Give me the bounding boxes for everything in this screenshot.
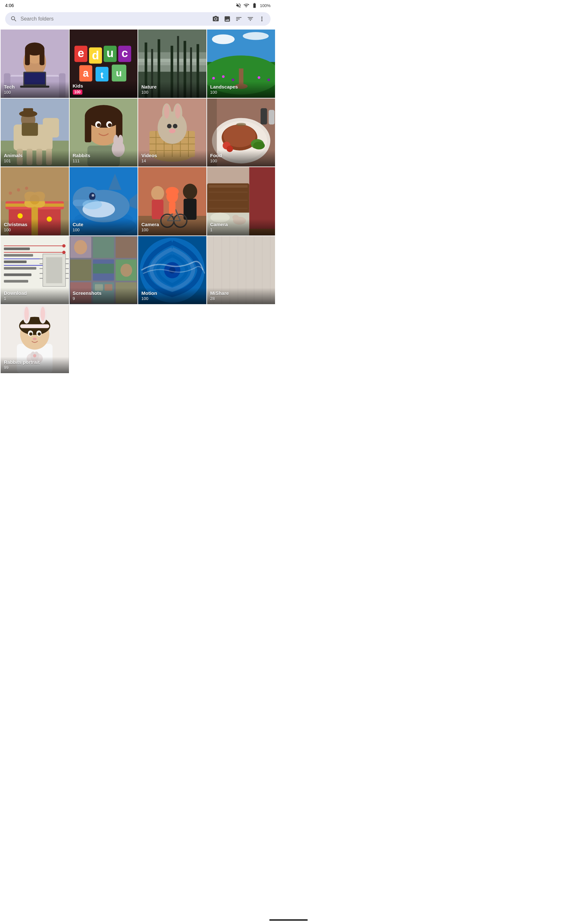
more-button[interactable] — [258, 15, 266, 23]
folder-overlay-download: Download1 — [1, 288, 69, 304]
folder-count-download: 1 — [4, 296, 66, 301]
folder-name-landscapes: Landscapes — [210, 84, 272, 90]
svg-rect-156 — [207, 184, 250, 216]
more-icon — [258, 15, 266, 23]
folder-item-kids[interactable]: e d u c a t u Kids100 — [69, 29, 138, 98]
empty-area — [0, 373, 276, 469]
folder-count-food: 100 — [210, 158, 272, 163]
svg-rect-69 — [85, 116, 91, 142]
camera-icon — [212, 15, 219, 23]
sort-button[interactable] — [235, 15, 242, 23]
svg-rect-173 — [4, 254, 33, 256]
svg-rect-151 — [169, 202, 175, 213]
folder-item-rabbits-portrait[interactable]: Rabbits portrait99 — [1, 305, 69, 373]
folders-grid: Tech100 e d u c a t u Kids100 Nature10 — [0, 29, 276, 373]
svg-point-97 — [169, 129, 175, 133]
folder-item-camera2[interactable]: Camera1 — [207, 167, 276, 236]
folder-name-animals: Animals — [4, 153, 66, 158]
svg-point-78 — [118, 135, 123, 146]
svg-point-178 — [62, 244, 65, 247]
svg-rect-165 — [209, 208, 247, 209]
svg-rect-233 — [20, 325, 49, 328]
folder-name-food: Food — [210, 153, 272, 158]
svg-text:t: t — [100, 70, 103, 80]
folder-item-landscapes[interactable]: Landscapes100 — [207, 29, 276, 98]
folder-item-tech[interactable]: Tech100 — [1, 29, 69, 98]
svg-rect-124 — [1, 167, 69, 201]
folder-count-christmas: 100 — [4, 228, 66, 232]
folder-item-food[interactable]: Food100 — [207, 99, 276, 167]
filter-button[interactable] — [247, 15, 254, 23]
svg-point-104 — [253, 142, 264, 149]
folder-name-mishare: MiShare — [210, 290, 272, 296]
svg-text:u: u — [116, 68, 122, 78]
svg-rect-163 — [209, 192, 247, 193]
svg-point-93 — [164, 104, 169, 119]
svg-point-95 — [167, 124, 171, 128]
search-input[interactable] — [21, 16, 209, 22]
folder-count-kids: 100 — [73, 89, 135, 95]
folder-count-rabbits: 111 — [73, 158, 135, 163]
svg-rect-8 — [25, 49, 30, 65]
svg-point-42 — [212, 34, 235, 44]
folder-name-tech: Tech — [4, 84, 66, 90]
folder-count-camera1: 100 — [141, 228, 203, 232]
wifi-icon — [243, 3, 249, 8]
folder-item-mishare[interactable]: MiShare28 — [207, 236, 276, 304]
svg-point-179 — [62, 250, 65, 254]
svg-point-74 — [108, 123, 111, 127]
svg-point-94 — [175, 104, 180, 119]
folder-item-christmas[interactable]: Christmas100 — [1, 167, 69, 236]
svg-point-140 — [151, 186, 164, 200]
svg-point-119 — [18, 213, 23, 218]
folder-name-screenshots: Screenshots — [73, 290, 135, 296]
svg-rect-183 — [46, 257, 63, 283]
svg-rect-172 — [4, 247, 30, 250]
folder-item-nature[interactable]: Nature100 — [138, 29, 206, 98]
search-bar[interactable] — [5, 12, 271, 26]
folder-overlay-kids: Kids100 — [69, 81, 138, 98]
folder-overlay-rabbits: Rabbits111 — [69, 150, 138, 166]
toolbar-icons — [212, 15, 266, 23]
folder-name-rabbits-portrait: Rabbits portrait — [4, 359, 66, 365]
folder-item-videos[interactable]: Videos14 — [138, 99, 206, 167]
svg-rect-174 — [4, 260, 27, 263]
folder-item-motion[interactable]: Motion100 — [138, 236, 206, 304]
folder-item-download[interactable]: Download1 — [1, 236, 69, 304]
folder-name-videos: Videos — [141, 153, 203, 158]
svg-point-237 — [37, 333, 41, 336]
folder-item-cute[interactable]: Cute100 — [69, 167, 138, 236]
folder-count-camera2: 1 — [210, 228, 272, 232]
svg-point-49 — [258, 76, 260, 79]
camera-button[interactable] — [212, 15, 219, 23]
svg-point-204 — [74, 240, 87, 254]
folder-item-screenshots[interactable]: Screenshots9 — [69, 236, 138, 304]
folder-count-cute: 100 — [73, 228, 135, 232]
svg-point-48 — [231, 79, 234, 81]
svg-rect-110 — [269, 110, 274, 124]
folder-overlay-screenshots: Screenshots9 — [69, 288, 138, 304]
mute-icon — [235, 3, 242, 8]
folder-name-camera2: Camera — [210, 222, 272, 228]
filter-icon — [247, 15, 254, 23]
image-button[interactable] — [224, 15, 231, 23]
svg-point-212 — [169, 267, 175, 273]
svg-rect-197 — [115, 237, 137, 258]
folder-name-nature: Nature — [141, 84, 203, 90]
search-icon — [10, 15, 17, 23]
svg-rect-196 — [93, 237, 114, 258]
folder-item-rabbits[interactable]: Rabbits111 — [69, 99, 138, 167]
folder-overlay-camera2: Camera1 — [207, 219, 276, 236]
svg-rect-164 — [209, 200, 247, 201]
status-time: 4:06 — [5, 3, 14, 8]
status-icons: 100% — [235, 3, 271, 8]
svg-point-133 — [91, 194, 94, 197]
svg-rect-177 — [4, 280, 28, 282]
folder-item-camera1[interactable]: Camera100 — [138, 167, 206, 236]
svg-point-231 — [24, 307, 29, 321]
folder-overlay-landscapes: Landscapes100 — [207, 81, 276, 98]
svg-rect-57 — [43, 118, 59, 137]
folder-item-animals[interactable]: Animals101 — [1, 99, 69, 167]
svg-text:e: e — [77, 47, 84, 60]
folder-overlay-camera1: Camera100 — [138, 219, 206, 236]
